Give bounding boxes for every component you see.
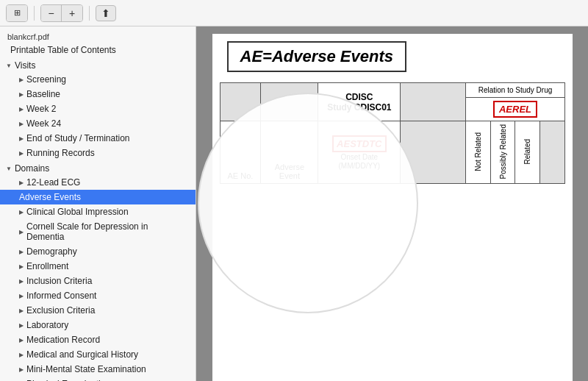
sidebar: blankcrf.pdf Printable Table of Contents… xyxy=(0,26,196,381)
sidebar-item-exclusion-criteria[interactable]: ▶ Exclusion Criteria xyxy=(0,303,196,318)
sidebar-item-running-records[interactable]: ▶ Running Records xyxy=(0,146,196,160)
table-cell-aestdtc: AESTDTC Onset Date (MM/DD/YY) xyxy=(318,121,401,184)
12lead-triangle: ▶ xyxy=(19,179,24,186)
enrollment-triangle: ▶ xyxy=(19,263,24,270)
sidebar-section-domains[interactable]: ▼ Domains xyxy=(0,160,196,175)
laboratory-triangle: ▶ xyxy=(19,322,24,329)
cornell-scale-label: Cornell Scale for Depression in Dementia xyxy=(26,221,188,242)
medical-surgical-label: Medical and Surgical History xyxy=(26,349,138,360)
domains-label: Domains xyxy=(15,163,49,174)
pdf-title: AE=Adverse Events xyxy=(240,47,394,65)
toc-label: Printable Table of Contents xyxy=(10,45,116,55)
mmse-triangle: ▶ xyxy=(19,366,24,373)
sidebar-item-cornell-scale[interactable]: ▶ Cornell Scale for Depression in Dement… xyxy=(0,219,196,244)
running-records-triangle: ▶ xyxy=(19,150,24,157)
table-cell-not-related: Not Related xyxy=(466,121,491,184)
sidebar-item-medication-record[interactable]: ▶ Medication Record xyxy=(0,332,196,347)
table-cell-aerel: AEREL xyxy=(466,98,564,121)
week2-triangle: ▶ xyxy=(19,106,24,113)
adverse-events-label: Adverse Events xyxy=(19,192,81,202)
week24-label: Week 24 xyxy=(26,118,61,129)
table-cell-extra xyxy=(539,121,564,184)
screening-triangle: ▶ xyxy=(19,76,24,83)
share-button[interactable]: ⬆ xyxy=(96,5,116,21)
zoom-out-button[interactable]: − xyxy=(41,5,62,21)
sidebar-item-end-of-study[interactable]: ▶ End of Study / Termination xyxy=(0,131,196,146)
ae-no-label: AE No. xyxy=(227,171,253,180)
mmse-label: Mini-Mental State Examination xyxy=(26,364,146,374)
running-records-label: Running Records xyxy=(26,148,95,158)
cornell-scale-triangle: ▶ xyxy=(19,229,24,235)
enrollment-label: Enrollment xyxy=(26,261,68,271)
sidebar-item-laboratory[interactable]: ▶ Laboratory xyxy=(0,318,196,332)
aestdtc-code: AESTDTC xyxy=(332,135,386,152)
visits-triangle: ▼ xyxy=(6,63,12,69)
table-cell-ae-no-label: AE No. xyxy=(220,121,261,184)
sidebar-item-baseline[interactable]: ▶ Baseline xyxy=(0,87,196,102)
sidebar-item-toc[interactable]: Printable Table of Contents xyxy=(0,43,196,57)
sidebar-item-inclusion-criteria[interactable]: ▶ Inclusion Criteria xyxy=(0,274,196,288)
demography-label: Demography xyxy=(26,246,77,257)
sidebar-item-screening[interactable]: ▶ Screening xyxy=(0,72,196,87)
table-cell-empty-3 xyxy=(401,83,466,121)
demography-triangle: ▶ xyxy=(19,249,24,255)
pdf-table: CDISC Study CDISC01 Relation to Study Dr… xyxy=(220,82,565,184)
adverse-event-label: Adverse Event xyxy=(275,163,304,180)
medication-record-label: Medication Record xyxy=(26,335,100,345)
week2-label: Week 2 xyxy=(26,104,56,114)
cdisc-study-line2: Study CDISC01 xyxy=(327,102,391,113)
visits-label: Visits xyxy=(15,60,35,71)
sidebar-item-week24[interactable]: ▶ Week 24 xyxy=(0,116,196,131)
cdisc-study-line1: CDISC xyxy=(345,92,373,102)
end-of-study-label: End of Study / Termination xyxy=(26,133,130,143)
baseline-triangle: ▶ xyxy=(19,91,24,98)
table-cell-empty-2 xyxy=(261,83,318,121)
inclusion-criteria-triangle: ▶ xyxy=(19,278,24,285)
exclusion-criteria-label: Exclusion Criteria xyxy=(26,305,95,316)
clinical-global-triangle: ▶ xyxy=(19,209,24,216)
clinical-global-label: Clinical Global Impression xyxy=(26,207,129,217)
sidebar-filename: blankcrf.pdf xyxy=(0,29,196,43)
not-related-label: Not Related xyxy=(474,132,482,171)
sidebar-section-visits[interactable]: ▼ Visits xyxy=(0,57,196,72)
sidebar-item-demography[interactable]: ▶ Demography xyxy=(0,244,196,259)
medical-surgical-triangle: ▶ xyxy=(19,352,24,358)
possibly-related-label: Possibly Related xyxy=(499,124,507,179)
toolbar: ⊞ − + ⬆ xyxy=(0,0,588,26)
informed-consent-label: Informed Consent xyxy=(26,291,96,301)
sidebar-item-informed-consent[interactable]: ▶ Informed Consent xyxy=(0,288,196,303)
sidebar-item-medical-surgical[interactable]: ▶ Medical and Surgical History xyxy=(0,347,196,362)
medication-record-triangle: ▶ xyxy=(19,337,24,343)
sidebar-item-clinical-global[interactable]: ▶ Clinical Global Impression xyxy=(0,204,196,219)
table-cell-possibly-related: Possibly Related xyxy=(490,121,515,184)
pdf-title-box: AE=Adverse Events xyxy=(227,41,407,72)
grid-button[interactable]: ⊞ xyxy=(7,5,27,21)
sidebar-item-mmse[interactable]: ▶ Mini-Mental State Examination xyxy=(0,362,196,377)
domains-triangle: ▼ xyxy=(6,165,12,172)
inclusion-criteria-label: Inclusion Criteria xyxy=(26,276,92,286)
laboratory-label: Laboratory xyxy=(26,320,68,330)
related-label: Related xyxy=(523,139,531,164)
screening-label: Screening xyxy=(26,74,66,85)
sidebar-item-physical-exam[interactable]: ▶ Physical Examination xyxy=(0,377,196,381)
toolbar-separator-2 xyxy=(89,6,90,21)
end-of-study-triangle: ▶ xyxy=(19,135,24,142)
pdf-page: AE=Adverse Events xyxy=(212,34,573,381)
sidebar-item-week2[interactable]: ▶ Week 2 xyxy=(0,102,196,116)
table-cell-empty-top-left xyxy=(220,83,261,121)
table-cell-adverse-event-label: Adverse Event xyxy=(261,121,318,184)
baseline-label: Baseline xyxy=(26,89,60,99)
relation-label: Relation to Study Drug xyxy=(478,86,553,94)
week24-triangle: ▶ xyxy=(19,121,24,127)
sidebar-item-enrollment[interactable]: ▶ Enrollment xyxy=(0,259,196,274)
pdf-area: AE=Adverse Events xyxy=(196,26,588,381)
12lead-label: 12-Lead ECG xyxy=(26,177,80,188)
zoom-in-button[interactable]: + xyxy=(62,5,82,21)
aerel-code: AEREL xyxy=(493,101,537,118)
informed-consent-triangle: ▶ xyxy=(19,293,24,299)
sidebar-item-12lead[interactable]: ▶ 12-Lead ECG xyxy=(0,175,196,190)
onset-date-label: Onset Date (MM/DD/YY) xyxy=(338,153,380,170)
sidebar-item-adverse-events[interactable]: Adverse Events xyxy=(0,190,196,204)
toolbar-btn-group-1: ⊞ xyxy=(6,4,28,22)
main-area: blankcrf.pdf Printable Table of Contents… xyxy=(0,26,588,381)
